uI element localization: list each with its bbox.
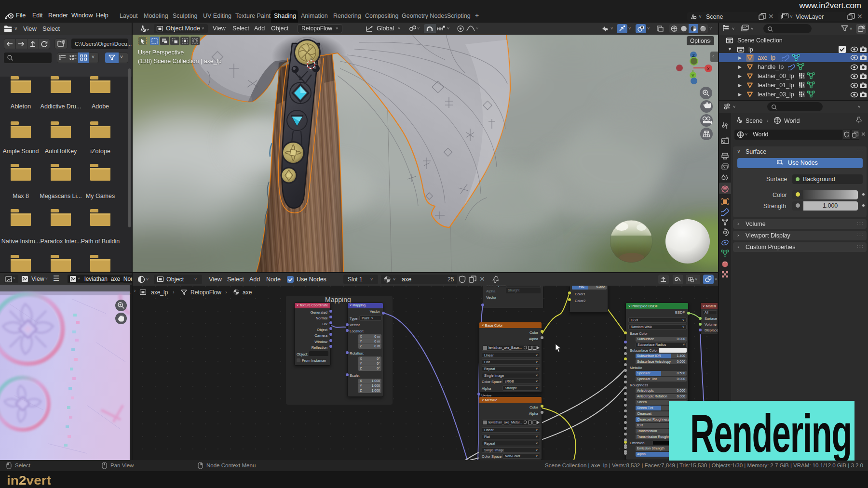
svg-text:Y: Y bbox=[692, 73, 694, 78]
svg-text:Z: Z bbox=[692, 53, 695, 58]
svg-text:X: X bbox=[707, 66, 710, 71]
